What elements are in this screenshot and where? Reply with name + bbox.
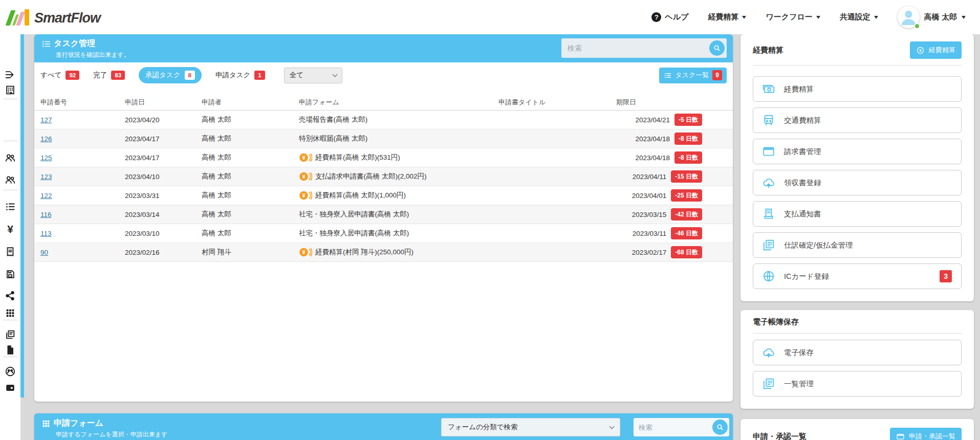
status-filter-select[interactable]: 全て — [284, 68, 342, 83]
menu-settings[interactable]: 共通設定 — [840, 12, 878, 22]
table-row: 126 2023/04/17 高橋 太郎 特別休暇届(高橋 太郎) 2023/0… — [34, 129, 733, 148]
search-button[interactable] — [709, 40, 725, 56]
chevron-down-icon — [609, 424, 615, 429]
request-id-link[interactable]: 125 — [40, 154, 52, 162]
copy-pages-icon[interactable] — [0, 329, 20, 340]
request-id-link[interactable]: 122 — [40, 192, 52, 200]
svg-text:$: $ — [919, 48, 922, 53]
menu-item-list-management[interactable]: 一覧管理 — [753, 371, 962, 397]
request-id-link[interactable]: 123 — [40, 173, 52, 181]
top-nav: ヘルプ 経費精算 ワークフロー 共通設定 高橋 太郎 — [651, 6, 980, 28]
menu-item-receipt-registration[interactable]: 領収書登録 — [753, 170, 962, 195]
menu-expense[interactable]: 経費精算 — [708, 12, 746, 22]
chevron-down-icon — [742, 16, 746, 21]
brand-name: SmartFlow — [34, 10, 100, 26]
section-title: 申請フォーム — [54, 418, 103, 429]
overdue-badge: -5 日数 — [674, 114, 702, 126]
table-row: 90 2023/02/16 村岡 翔斗 ¥ 経費精算(村岡 翔斗)(250,00… — [34, 243, 733, 262]
people-icon[interactable] — [0, 174, 20, 185]
tab-completed[interactable]: 完了 83 — [93, 71, 125, 80]
sidebar-divider — [4, 320, 17, 320]
approval-list-panel: 申請・承認一覧 申請・承認一覧 — [741, 419, 974, 440]
form-panel-title-row: 申請フォーム — [41, 418, 727, 429]
task-list-icon[interactable] — [0, 201, 20, 212]
yen-coin-icon: ¥ — [299, 190, 312, 201]
search-icon — [713, 44, 721, 52]
smartflow-logo-icon — [8, 9, 29, 26]
document-icon[interactable] — [0, 344, 20, 356]
task-search — [561, 38, 727, 58]
menu-item-transport-expense[interactable]: 交通費精算 — [753, 107, 962, 133]
building-icon[interactable] — [0, 84, 20, 96]
task-list-button[interactable]: タスク一覧 9 — [659, 68, 727, 83]
menu-item-invoice-management[interactable]: 請求書管理 — [753, 139, 962, 164]
cloud-upload-icon — [762, 346, 775, 359]
request-id-link[interactable]: 127 — [40, 116, 52, 124]
table-row: 125 2023/04/17 高橋 太郎 ¥ 経費精算(高橋 太郎)(531円)… — [34, 148, 733, 167]
avatar — [898, 6, 920, 28]
approval-list-button[interactable]: 申請・承認一覧 — [890, 428, 962, 440]
left-sidebar: ¥ — [0, 34, 20, 440]
section-subtitle: 申請するフォームを選択・申請出来ます — [56, 430, 727, 439]
overdue-badge: -15 日数 — [671, 170, 702, 183]
globe-icon — [762, 270, 775, 283]
help-label: ヘルプ — [665, 12, 688, 22]
menu-item-payment-notice[interactable]: 支払通知書 — [753, 201, 962, 227]
search-icon — [716, 423, 724, 431]
table-row: 116 2023/03/14 高橋 太郎 社宅・独身寮入居申請書(高橋 太郎) … — [34, 205, 733, 224]
id-card-icon[interactable] — [0, 382, 20, 393]
expense-panel: 経費精算 $ 経費精算 経費精算 交通費精算 請求書管理 — [741, 34, 974, 301]
sidebar-accent-strip — [20, 34, 24, 398]
form-search — [634, 418, 729, 436]
overdue-badge: -8 日数 — [674, 151, 702, 164]
request-id-link[interactable]: 90 — [40, 249, 48, 256]
request-id-link[interactable]: 116 — [40, 211, 52, 218]
grid-icon[interactable] — [0, 307, 20, 319]
chevron-down-icon — [962, 16, 966, 21]
task-list-icon — [41, 39, 51, 49]
overdue-badge: -8 日数 — [674, 133, 702, 145]
online-status-dot — [914, 23, 920, 29]
yen-coin-icon: ¥ — [299, 247, 312, 257]
menu-item-journal-management[interactable]: 仕訳確定/仮払金管理 — [753, 232, 962, 258]
tab-request-tasks[interactable]: 申請タスク 1 — [215, 71, 265, 80]
journal-pages-icon — [762, 377, 775, 390]
payment-notice-icon — [762, 207, 775, 221]
panel-title: 経費精算 — [753, 46, 783, 55]
count-badge: 83 — [111, 71, 125, 80]
people-circle-icon[interactable] — [0, 366, 20, 377]
smartflow-logo[interactable]: SmartFlow — [8, 9, 100, 26]
yen-icon[interactable]: ¥ — [0, 224, 20, 235]
form-category-select[interactable]: フォームの分類で検索 — [441, 418, 620, 436]
sidebar-divider — [4, 141, 17, 141]
expense-menu: 経費精算 交通費精算 請求書管理 領収書登録 支払通知書 — [741, 65, 974, 301]
request-id-link[interactable]: 113 — [40, 230, 52, 237]
search-button[interactable] — [712, 420, 728, 435]
tab-all[interactable]: すべて 92 — [40, 71, 79, 80]
ebook-menu: 電子保存 一覧管理 — [741, 334, 974, 409]
share-icon[interactable] — [0, 290, 20, 301]
tab-approval-tasks[interactable]: 承認タスク 8 — [139, 67, 202, 83]
menu-item-expense-settlement[interactable]: 経費精算 — [753, 76, 962, 102]
menu-workflow[interactable]: ワークフロー — [766, 12, 820, 22]
count-badge: 1 — [254, 71, 265, 80]
chevron-down-icon — [816, 16, 820, 21]
notebook-icon[interactable] — [0, 269, 20, 280]
collapse-arrow-icon[interactable] — [0, 69, 20, 80]
request-id-link[interactable]: 126 — [40, 135, 52, 143]
overdue-badge: -42 日数 — [671, 208, 702, 221]
menu-item-ic-card-registration[interactable]: ICカード登録 3 — [753, 263, 962, 289]
panel-title: 電子帳簿保存 — [753, 317, 799, 327]
help-menu[interactable]: ヘルプ — [651, 12, 688, 22]
people-icon[interactable] — [0, 152, 20, 163]
user-menu[interactable]: 高橋 太郎 — [898, 6, 966, 28]
receipt-icon[interactable] — [0, 246, 20, 257]
train-icon — [762, 114, 775, 127]
expense-settlement-button[interactable]: $ 経費精算 — [910, 41, 962, 59]
money-icon — [762, 82, 775, 96]
grid-dots-icon — [41, 419, 51, 428]
sidebar-divider — [4, 99, 17, 99]
task-search-input[interactable] — [561, 38, 727, 58]
menu-item-electronic-storage[interactable]: 電子保存 — [753, 340, 962, 365]
svg-text:¥: ¥ — [302, 192, 306, 199]
